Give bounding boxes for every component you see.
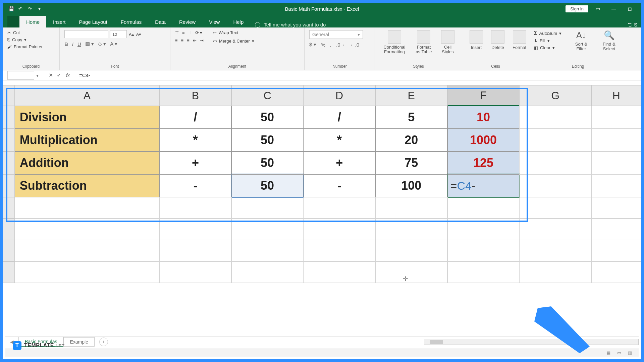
row-header[interactable] <box>3 219 15 240</box>
tab-insert[interactable]: Insert <box>46 16 72 27</box>
cell-g4[interactable] <box>519 174 591 197</box>
align-bottom-icon[interactable]: ⊥ <box>188 30 192 35</box>
format-as-table-button[interactable]: Format as Table <box>413 30 435 69</box>
cell-a4[interactable]: Subtraction <box>15 174 159 197</box>
autosum-button[interactable]: ΣAutoSum ▾ <box>534 30 561 36</box>
cell-g1[interactable] <box>519 106 591 129</box>
indent-increase-icon[interactable]: ⇥ <box>200 38 204 43</box>
cancel-formula-icon[interactable]: ✕ <box>47 72 55 78</box>
col-header-g[interactable]: G <box>519 85 591 106</box>
increase-decimal-icon[interactable]: .0→ <box>336 42 345 48</box>
cell-b1[interactable]: / <box>159 106 231 129</box>
add-sheet-button[interactable]: + <box>99 338 108 346</box>
cell-c3[interactable]: 50 <box>231 152 304 174</box>
cell-f1[interactable]: 10 <box>447 106 520 129</box>
view-break-icon[interactable]: ▥ <box>628 350 632 355</box>
cell-a1[interactable]: Division <box>15 106 159 129</box>
col-header-d[interactable]: D <box>303 85 375 106</box>
cell-f2[interactable]: 1000 <box>447 129 520 152</box>
decrease-decimal-icon[interactable]: ←.0 <box>350 42 360 48</box>
fx-icon[interactable]: fx <box>66 73 70 78</box>
merge-center-button[interactable]: ▭Merge & Center ▾ <box>213 39 254 44</box>
cell-e1[interactable]: 5 <box>375 106 447 129</box>
format-button[interactable]: Format <box>510 30 529 50</box>
cell-f4-editing[interactable]: =C4- <box>447 174 520 197</box>
cell-d3[interactable]: + <box>303 152 375 174</box>
row-header[interactable] <box>3 174 15 197</box>
font-size-select[interactable]: 12 <box>110 30 127 38</box>
cell-b2[interactable]: * <box>159 129 231 152</box>
cell-b3[interactable]: + <box>159 152 231 174</box>
sort-filter-button[interactable]: A↓Sort & Filter <box>570 30 593 69</box>
view-layout-icon[interactable]: ▭ <box>617 350 621 355</box>
format-painter-button[interactable]: 🖌Format Painter <box>7 44 55 49</box>
cell-g3[interactable] <box>519 152 591 174</box>
save-icon[interactable]: 💾 <box>9 6 13 11</box>
name-box[interactable] <box>7 71 34 80</box>
redo-icon[interactable]: ↷ <box>28 6 32 11</box>
align-center-icon[interactable]: ≡ <box>181 38 184 43</box>
font-name-select[interactable] <box>64 30 108 38</box>
cell-h3[interactable] <box>591 152 641 174</box>
orientation-icon[interactable]: ⟳ ▾ <box>195 30 203 35</box>
delete-button[interactable]: Delete <box>488 30 507 50</box>
row-header[interactable] <box>3 240 15 261</box>
select-all-corner[interactable] <box>3 85 15 106</box>
cell-e3[interactable]: 75 <box>375 152 447 174</box>
align-left-icon[interactable]: ≡ <box>175 38 178 43</box>
cell-e2[interactable]: 20 <box>375 129 447 152</box>
align-middle-icon[interactable]: ≡ <box>182 30 185 35</box>
horizontal-scrollbar[interactable] <box>424 339 639 345</box>
signin-button[interactable]: Sign in <box>566 5 588 12</box>
tab-help[interactable]: Help <box>226 16 250 27</box>
tab-view[interactable]: View <box>202 16 226 27</box>
sheet-tab-example[interactable]: Example <box>63 337 94 347</box>
maximize-icon[interactable]: ◻ <box>623 5 637 13</box>
namebox-dropdown-icon[interactable]: ▾ <box>35 73 40 78</box>
wrap-text-button[interactable]: ↩Wrap Text <box>213 30 254 35</box>
cell-b4[interactable]: - <box>159 174 231 197</box>
row-header[interactable] <box>3 261 15 283</box>
cell-c1[interactable]: 50 <box>231 106 304 129</box>
cut-button[interactable]: ✂Cut <box>7 30 55 35</box>
row-header[interactable] <box>3 106 15 129</box>
cell-a2[interactable]: Multiplication <box>15 129 159 152</box>
tab-review[interactable]: Review <box>172 16 202 27</box>
conditional-formatting-button[interactable]: Conditional Formatting <box>380 30 409 69</box>
currency-icon[interactable]: $ ▾ <box>309 42 316 48</box>
cell-d1[interactable]: / <box>303 106 375 129</box>
cell-h2[interactable] <box>591 129 641 152</box>
cell-f3[interactable]: 125 <box>447 152 520 174</box>
share-icon[interactable]: ⮌ S <box>628 22 637 27</box>
view-normal-icon[interactable]: ▦ <box>606 350 610 355</box>
cell-e4[interactable]: 100 <box>375 174 447 197</box>
clear-button[interactable]: ◧Clear ▾ <box>534 45 561 50</box>
fill-button[interactable]: ⬇Fill ▾ <box>534 38 561 43</box>
fill-color-button[interactable]: ◇ ▾ <box>98 41 106 47</box>
cell-a3[interactable]: Addition <box>15 152 159 174</box>
row-header[interactable] <box>3 129 15 152</box>
percent-icon[interactable]: % <box>321 42 325 48</box>
italic-button[interactable]: I <box>72 41 73 47</box>
font-color-button[interactable]: A ▾ <box>110 41 117 47</box>
cell-d2[interactable]: * <box>303 129 375 152</box>
number-format-select[interactable]: General▾ <box>309 30 363 39</box>
undo-icon[interactable]: ↶ <box>18 6 23 11</box>
cell-h4[interactable] <box>591 174 641 197</box>
align-top-icon[interactable]: ⊤ <box>175 30 179 35</box>
align-right-icon[interactable]: ≡ <box>187 38 190 43</box>
col-header-b[interactable]: B <box>159 85 231 106</box>
tab-data[interactable]: Data <box>148 16 172 27</box>
cell-g2[interactable] <box>519 129 591 152</box>
tab-home[interactable]: Home <box>19 16 46 27</box>
grow-font-icon[interactable]: A▴ <box>129 32 134 37</box>
row-header[interactable] <box>3 197 15 219</box>
tellme[interactable]: Tell me what you want to do <box>255 22 326 27</box>
border-button[interactable]: ▦ ▾ <box>85 41 94 47</box>
row-header[interactable] <box>3 152 15 174</box>
cell-c4[interactable]: 50 <box>231 174 304 197</box>
tab-formulas[interactable]: Formulas <box>114 16 149 27</box>
col-header-e[interactable]: E <box>375 85 447 106</box>
ribbon-options-icon[interactable]: ▭ <box>591 5 604 13</box>
cell-c2[interactable]: 50 <box>231 129 304 152</box>
